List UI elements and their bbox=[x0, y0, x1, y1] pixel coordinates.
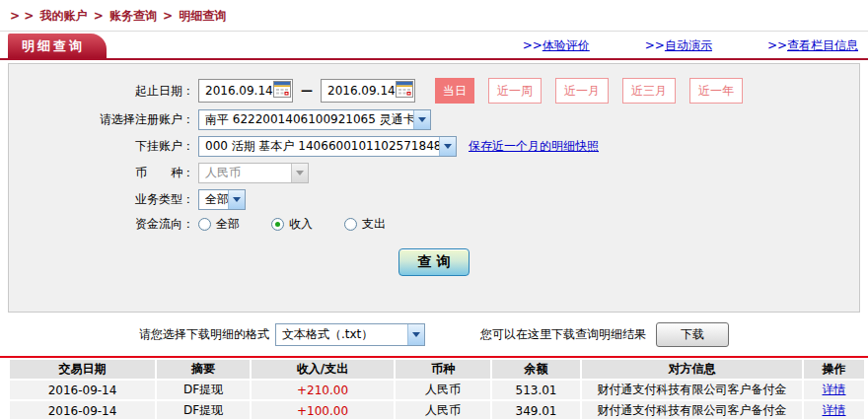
cell-summary: DF提现 bbox=[157, 381, 250, 399]
breadcrumb-separator: > bbox=[163, 9, 173, 23]
date-range-label: 起止日期： bbox=[9, 83, 198, 100]
tab-detail-query[interactable]: 明细查询 bbox=[8, 34, 107, 58]
chevron-down-icon bbox=[291, 164, 308, 182]
chevron-down-icon[interactable] bbox=[407, 324, 424, 345]
cell-action: 详情 bbox=[804, 401, 864, 419]
tab-bar: 明细查询 >>体验评价 >>自动演示 >>查看栏目信息 bbox=[0, 35, 868, 60]
cell-action: 详情 bbox=[804, 381, 864, 399]
header-links: >>体验评价 >>自动演示 >>查看栏目信息 bbox=[523, 37, 868, 58]
register-account-select[interactable]: 南平 6222001406100921065 灵通卡 bbox=[198, 109, 431, 130]
business-type-row: 业务类型： 全部 bbox=[9, 189, 859, 210]
breadcrumb-arrows: > > bbox=[10, 9, 34, 23]
business-type-select[interactable]: 全部 bbox=[198, 189, 246, 210]
table-row: 2016-09-14 DF提现 +210.00 人民币 513.01 财付通支付… bbox=[10, 381, 864, 399]
breadcrumb: > > 我的账户 > 账务查询 > 明细查询 bbox=[0, 0, 868, 32]
date-end-input[interactable]: 2016.09.14 bbox=[321, 79, 415, 103]
currency-select: 人民币 bbox=[198, 163, 309, 183]
fund-flow-option-label: 全部 bbox=[216, 216, 240, 233]
table-row: 2016-09-14 DF提现 +100.00 人民币 349.01 财付通支付… bbox=[10, 401, 864, 419]
header-counterparty: 对方信息 bbox=[582, 360, 802, 379]
download-button[interactable]: 下载 bbox=[656, 322, 729, 347]
radio-icon bbox=[198, 218, 211, 231]
business-type-label: 业务类型： bbox=[9, 191, 198, 208]
register-account-label: 请选择注册账户： bbox=[9, 111, 198, 128]
chevron-down-icon[interactable] bbox=[228, 190, 245, 209]
link-view-column-info[interactable]: >>查看栏目信息 bbox=[767, 37, 858, 54]
link-label: 自动演示 bbox=[665, 38, 712, 52]
link-experience-rating[interactable]: >>体验评价 bbox=[523, 37, 590, 54]
date-start-value: 2016.09.14 bbox=[205, 84, 273, 98]
download-format-select[interactable]: 文本格式（.txt） bbox=[275, 323, 425, 346]
sub-account-label: 下挂账户： bbox=[9, 138, 198, 155]
date-start-input[interactable]: 2016.09.14 bbox=[198, 79, 293, 103]
cell-counterparty: 财付通支付科技有限公司客户备付金 bbox=[582, 381, 802, 399]
cell-currency: 人民币 bbox=[396, 381, 490, 399]
date-range-row: 起止日期： 2016.09.14 — 2016.09.14 当日 近一周 近一月… bbox=[9, 78, 859, 104]
save-snapshot-link[interactable]: 保存近一个月的明细快照 bbox=[469, 138, 599, 155]
cell-balance: 349.01 bbox=[492, 401, 580, 419]
currency-row: 币 种： 人民币 bbox=[9, 163, 859, 183]
fund-flow-radio-all[interactable]: 全部 bbox=[198, 216, 240, 233]
chevron-down-icon[interactable] bbox=[439, 137, 456, 156]
calendar-icon[interactable] bbox=[273, 81, 291, 101]
header-summary: 摘要 bbox=[157, 360, 250, 379]
register-account-row: 请选择注册账户： 南平 6222001406100921065 灵通卡 bbox=[9, 109, 859, 130]
download-row: 请您选择下载明细的格式 文本格式（.txt） 您可以在这里下载查询明细结果 下载 bbox=[0, 322, 868, 347]
fund-flow-row: 资金流向： 全部 收入 支出 bbox=[9, 216, 859, 233]
sub-account-row: 下挂账户： 000 活期 基本户 1406600101102571848 保存近… bbox=[9, 136, 859, 157]
currency-label: 币 种： bbox=[9, 165, 198, 181]
link-prefix: >> bbox=[523, 38, 542, 52]
quick-button-today[interactable]: 当日 bbox=[435, 78, 474, 104]
radio-icon bbox=[271, 218, 284, 231]
date-end-value: 2016.09.14 bbox=[327, 84, 396, 98]
results-table: 交易日期 摘要 收入/支出 币种 余额 对方信息 操作 2016-09-14 D… bbox=[8, 358, 866, 419]
business-type-value: 全部 bbox=[199, 191, 228, 208]
results-tbody: 2016-09-14 DF提现 +210.00 人民币 513.01 财付通支付… bbox=[10, 381, 864, 419]
sub-account-select[interactable]: 000 活期 基本户 1406600101102571848 bbox=[198, 136, 457, 157]
table-header-row: 交易日期 摘要 收入/支出 币种 余额 对方信息 操作 bbox=[10, 360, 864, 379]
download-hint: 您可以在这里下载查询明细结果 bbox=[480, 326, 646, 343]
detail-link[interactable]: 详情 bbox=[823, 383, 846, 396]
cell-amount: +210.00 bbox=[252, 381, 394, 399]
sub-account-value: 000 活期 基本户 1406600101102571848 bbox=[199, 138, 439, 155]
currency-value: 人民币 bbox=[199, 165, 291, 181]
quick-range-buttons: 当日 近一周 近一月 近三月 近一年 bbox=[435, 78, 743, 104]
header-currency: 币种 bbox=[396, 360, 490, 379]
register-account-value: 南平 6222001406100921065 灵通卡 bbox=[199, 111, 413, 128]
link-prefix: >> bbox=[645, 38, 665, 52]
breadcrumb-item-my-account[interactable]: 我的账户 bbox=[39, 9, 87, 23]
header-trade-date: 交易日期 bbox=[10, 360, 155, 379]
link-label: 体验评价 bbox=[542, 38, 590, 52]
breadcrumb-item-detail-query[interactable]: 明细查询 bbox=[179, 9, 226, 23]
cell-balance: 513.01 bbox=[492, 381, 580, 399]
quick-button-last-3-months[interactable]: 近三月 bbox=[622, 78, 676, 104]
header-action: 操作 bbox=[804, 360, 864, 379]
quick-button-last-year[interactable]: 近一年 bbox=[689, 78, 743, 104]
query-button-row: 查 询 bbox=[9, 248, 859, 276]
breadcrumb-item-account-query[interactable]: 账务查询 bbox=[109, 9, 157, 23]
header-income-expense: 收入/支出 bbox=[252, 360, 394, 379]
link-prefix: >> bbox=[767, 38, 787, 52]
fund-flow-radio-income[interactable]: 收入 bbox=[271, 216, 313, 233]
date-range-dash: — bbox=[301, 84, 313, 98]
radio-icon bbox=[344, 218, 357, 231]
detail-link[interactable]: 详情 bbox=[823, 403, 846, 417]
link-label: 查看栏目信息 bbox=[787, 38, 858, 52]
cell-currency: 人民币 bbox=[396, 401, 490, 419]
quick-button-last-week[interactable]: 近一周 bbox=[488, 78, 542, 104]
calendar-icon[interactable] bbox=[396, 81, 413, 101]
fund-flow-option-label: 支出 bbox=[362, 216, 386, 233]
fund-flow-radio-expense[interactable]: 支出 bbox=[344, 216, 386, 233]
quick-button-last-month[interactable]: 近一月 bbox=[555, 78, 609, 104]
fund-flow-label: 资金流向： bbox=[9, 216, 198, 233]
cell-amount: +100.00 bbox=[252, 401, 394, 419]
query-form-panel: 起止日期： 2016.09.14 — 2016.09.14 当日 近一周 近一月… bbox=[8, 63, 860, 313]
cell-counterparty: 财付通支付科技有限公司客户备付金 bbox=[582, 401, 802, 419]
chevron-down-icon[interactable] bbox=[413, 110, 430, 129]
cell-trade-date: 2016-09-14 bbox=[10, 381, 155, 399]
breadcrumb-separator: > bbox=[94, 9, 104, 23]
cell-summary: DF提现 bbox=[157, 401, 250, 419]
header-balance: 余额 bbox=[492, 360, 580, 379]
query-button[interactable]: 查 询 bbox=[398, 248, 470, 276]
link-auto-demo[interactable]: >>自动演示 bbox=[645, 37, 712, 54]
